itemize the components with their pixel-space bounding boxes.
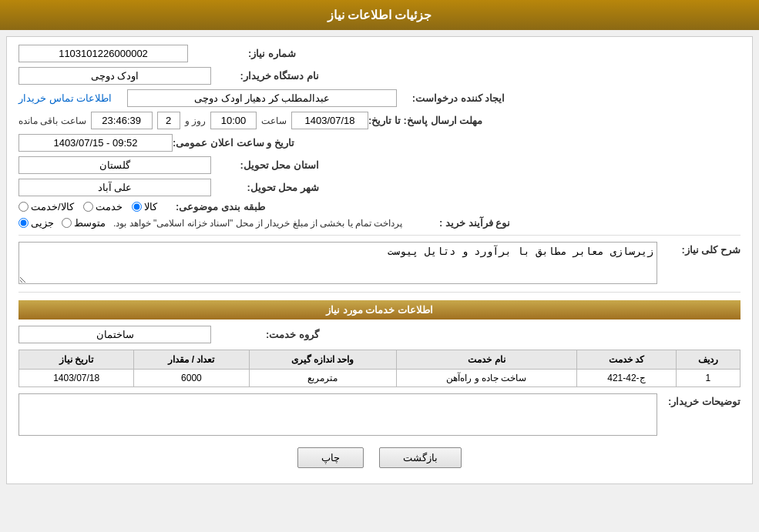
city-value: علی آباد bbox=[18, 179, 211, 196]
deadline-label: مهلت ارسال پاسخ: تا تاریخ: bbox=[368, 115, 482, 126]
buyer-desc-box bbox=[18, 393, 657, 436]
header-title: جزئیات اطلاعات نیاز bbox=[327, 8, 432, 22]
buyer-station-row: نام دستگاه خریدار: اودک دوچی bbox=[18, 67, 741, 85]
deadline-days: 2 bbox=[157, 112, 180, 129]
main-header: جزئیات اطلاعات نیاز bbox=[0, 0, 759, 30]
general-desc-section: شرح کلی نیاز: bbox=[18, 242, 741, 284]
contact-link[interactable]: اطلاعات تماس خریدار bbox=[18, 92, 112, 104]
buyer-station-value: اودک دوچی bbox=[18, 67, 211, 85]
services-header: اطلاعات خدمات مورد نیاز bbox=[18, 300, 741, 320]
col-row-num: ردیف bbox=[676, 350, 740, 370]
creator-label: ایجاد کننده درخواست: bbox=[397, 92, 505, 104]
divider-1 bbox=[18, 235, 741, 236]
back-button[interactable]: بازگشت bbox=[379, 447, 462, 468]
table-row: 1ج-42-421ساخت جاده و راه‌آهنمترمربع60001… bbox=[19, 370, 741, 387]
process-motavaset-label: متوسط bbox=[74, 217, 106, 229]
bottom-buttons: بازگشت چاپ bbox=[18, 447, 741, 476]
general-desc-textarea[interactable] bbox=[18, 242, 657, 284]
col-quantity: تعداد / مقدار bbox=[134, 350, 249, 370]
city-row: شهر محل تحویل: علی آباد bbox=[18, 179, 741, 196]
print-button[interactable]: چاپ bbox=[297, 447, 364, 468]
category-kala-radio[interactable] bbox=[132, 202, 142, 212]
deadline-remain-label: ساعت باقی مانده bbox=[18, 115, 86, 126]
province-label: استان محل تحویل: bbox=[211, 159, 319, 171]
need-number-row: شماره نیاز: 1103101226000002 bbox=[18, 45, 741, 62]
creator-value: عبدالمطلب کر دهیار اودک دوچی bbox=[127, 89, 397, 107]
category-radio-group: کالا/خدمت خدمت کالا bbox=[18, 201, 157, 212]
category-row: طبقه بندی موضوعی: کالا/خدمت خدمت کالا bbox=[18, 201, 741, 212]
col-date: تاریخ نیاز bbox=[19, 350, 134, 370]
page-container: جزئیات اطلاعات نیاز شماره نیاز: 11031012… bbox=[0, 0, 759, 484]
deadline-date: 1403/07/18 bbox=[291, 112, 368, 129]
services-table: ردیف کد خدمت نام خدمت واحد اندازه گیری ت… bbox=[18, 350, 741, 387]
process-motavaset[interactable]: متوسط bbox=[62, 217, 106, 229]
process-jozii[interactable]: جزیی bbox=[18, 217, 54, 229]
creator-row: ایجاد کننده درخواست: عبدالمطلب کر دهیار … bbox=[18, 89, 741, 107]
category-khedmat[interactable]: خدمت bbox=[83, 201, 123, 212]
category-kala-khedmat-radio[interactable] bbox=[18, 202, 29, 212]
services-section: اطلاعات خدمات مورد نیاز گروه خدمت: ساختم… bbox=[18, 300, 741, 436]
process-options-row: پرداخت تمام یا بخشی از مبلغ خریدار از مح… bbox=[18, 217, 402, 229]
general-desc-label: شرح کلی نیاز: bbox=[663, 242, 741, 256]
content-area: شماره نیاز: 1103101226000002 نام دستگاه … bbox=[6, 36, 753, 484]
process-motavaset-radio[interactable] bbox=[62, 218, 72, 228]
col-unit: واحد اندازه گیری bbox=[249, 350, 396, 370]
city-label: شهر محل تحویل: bbox=[211, 182, 319, 193]
group-label: گروه خدمت: bbox=[211, 329, 319, 340]
deadline-days-label: روز و bbox=[185, 115, 206, 126]
buyer-desc-row: توضیحات خریدار: bbox=[18, 393, 741, 436]
deadline-time: 10:00 bbox=[210, 112, 257, 129]
category-khedmat-label: خدمت bbox=[96, 201, 123, 212]
buyer-desc-label: توضیحات خریدار: bbox=[663, 393, 741, 407]
col-service-name: نام خدمت bbox=[396, 350, 576, 370]
announce-label: تاریخ و ساعت اعلان عمومی: bbox=[173, 137, 294, 149]
category-kala-label: کالا bbox=[144, 201, 157, 212]
buyer-station-label: نام دستگاه خریدار: bbox=[211, 70, 319, 82]
province-row: استان محل تحویل: گلستان bbox=[18, 156, 741, 174]
process-jozii-label: جزیی bbox=[31, 217, 54, 229]
announce-row: تاریخ و ساعت اعلان عمومی: 1403/07/15 - 0… bbox=[18, 134, 741, 152]
group-value: ساختمان bbox=[18, 326, 211, 343]
category-kala[interactable]: کالا bbox=[132, 201, 157, 212]
general-desc-row: شرح کلی نیاز: bbox=[18, 242, 741, 284]
category-kala-khedmat-label: کالا/خدمت bbox=[31, 201, 74, 212]
deadline-row: مهلت ارسال پاسخ: تا تاریخ: 1403/07/18 سا… bbox=[18, 112, 741, 129]
services-title: اطلاعات خدمات مورد نیاز bbox=[326, 304, 433, 316]
process-note: پرداخت تمام یا بخشی از مبلغ خریدار از مح… bbox=[113, 218, 402, 229]
deadline-time-label: ساعت bbox=[261, 115, 287, 126]
need-number-value: 1103101226000002 bbox=[18, 45, 188, 62]
need-number-label: شماره نیاز: bbox=[188, 48, 296, 59]
deadline-remain: 23:46:39 bbox=[91, 112, 153, 129]
deadline-time-row: 1403/07/18 ساعت 10:00 روز و 2 23:46:39 س… bbox=[18, 112, 368, 129]
process-jozii-radio[interactable] bbox=[18, 218, 29, 228]
category-khedmat-radio[interactable] bbox=[83, 202, 93, 212]
category-label: طبقه بندی موضوعی: bbox=[157, 201, 265, 212]
group-row: گروه خدمت: ساختمان bbox=[18, 326, 741, 343]
province-value: گلستان bbox=[18, 156, 211, 174]
divider-2 bbox=[18, 292, 741, 293]
category-kala-khedmat[interactable]: کالا/خدمت bbox=[18, 201, 74, 212]
announce-value: 1403/07/15 - 09:52 bbox=[18, 134, 173, 152]
process-row: نوع فرآیند خرید : پرداخت تمام یا بخشی از… bbox=[18, 217, 741, 229]
col-service-code: کد خدمت bbox=[577, 350, 677, 370]
process-label: نوع فرآیند خرید : bbox=[402, 217, 510, 229]
